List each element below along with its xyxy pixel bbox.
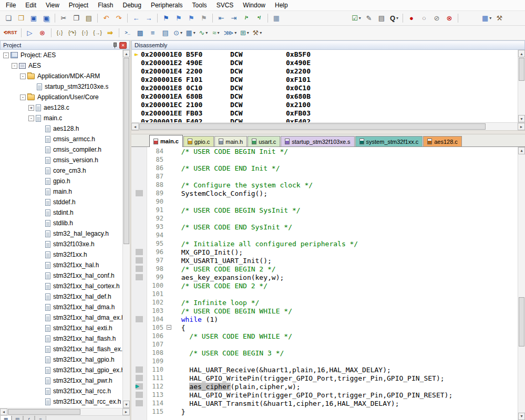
tree-item-stm32f1xx-hal-dma-ex-h[interactable]: stm32f1xx_hal_dma_ex.h (0, 312, 130, 323)
configure-target-button[interactable]: ⚒ (493, 13, 505, 24)
collapse-icon[interactable]: - (20, 94, 26, 100)
code-line[interactable]: 96 MX_GPIO_Init(); (131, 248, 518, 256)
menu-window[interactable]: Window (238, 1, 270, 10)
tree-item-aes128-h[interactable]: aes128.h (0, 123, 130, 134)
tree-item-stm32f1xx-hal-def-h[interactable]: stm32f1xx_hal_def.h (0, 291, 130, 302)
toolbox-button[interactable]: ⚒▾ (251, 27, 263, 39)
line-margin[interactable] (131, 181, 147, 189)
disassembly-line[interactable]: 0x200001E8 0C10DCW0x0C10 (132, 83, 518, 92)
code-line[interactable]: 102 /* Infinite loop */ (131, 298, 518, 307)
show-next-statement-button[interactable]: ⇒ (105, 27, 116, 39)
tree-item-cmsis-version-h[interactable]: cmsis_version.h (0, 155, 130, 165)
line-margin[interactable] (131, 349, 147, 357)
tree-item-stm32f1xx-hal-gpio-h[interactable]: stm32f1xx_hal_gpio.h (0, 354, 130, 365)
code-line[interactable]: 110 HAL_UART_Receive(&huart1,plain,16,HA… (131, 365, 518, 374)
reset-cpu-button[interactable]: ⟲RST (3, 27, 18, 39)
tab-system-stm32f1xx-c[interactable]: system_stm32f1xx.c (355, 136, 423, 146)
line-margin[interactable] (131, 172, 147, 181)
run-button[interactable]: ▷ (24, 27, 36, 39)
tree-item-core-cm3-h[interactable]: core_cm3.h (0, 165, 130, 176)
line-margin[interactable] (131, 206, 147, 214)
code-line[interactable]: 94 (131, 231, 518, 239)
system-viewer-button[interactable]: ⊞▾ (239, 27, 250, 39)
code-line[interactable]: 90 (131, 197, 518, 206)
edit-document-button[interactable]: ✎ (363, 13, 375, 24)
trace-window-button[interactable]: ⋙▾ (223, 27, 238, 39)
unindent-button[interactable]: ⇤ (215, 13, 227, 24)
scroll-down-icon[interactable]: ▼ (518, 413, 525, 420)
tree-item-stm32f1xx-hal-rcc-h[interactable]: stm32f1xx_hal_rcc.h (0, 386, 130, 396)
tree-item-stdlib-h[interactable]: stdlib.h (0, 218, 130, 228)
tree-item-stm32-hal-legacy-h[interactable]: stm32_hal_legacy.h (0, 228, 130, 239)
tab-aes128-c[interactable]: aes128.c (423, 136, 462, 146)
code-line[interactable]: 89 SystemClock_Config(); (131, 189, 518, 197)
line-margin[interactable] (131, 147, 147, 155)
close-icon[interactable]: ✕ (119, 42, 127, 49)
fold-collapse-icon[interactable]: − (167, 325, 171, 330)
line-margin[interactable] (131, 164, 147, 172)
code-line[interactable]: 86 /* USER CODE END Init */ (131, 164, 518, 172)
scroll-thumb[interactable] (123, 58, 129, 244)
line-margin[interactable]: ▶ (131, 382, 147, 391)
code-line[interactable]: 84 /* USER CODE BEGIN Init */ (131, 147, 518, 155)
tree-item-stdint-h[interactable]: stdint.h (0, 207, 130, 218)
menu-help[interactable]: Help (270, 1, 293, 10)
collapse-icon[interactable]: - (28, 116, 34, 121)
tab-main-c[interactable]: main.c (149, 135, 183, 147)
cut-button[interactable]: ✂ (58, 13, 69, 24)
code-line[interactable]: 104 while (1) (131, 315, 518, 323)
menu-view[interactable]: View (41, 1, 64, 10)
undo-button[interactable]: ↶ (100, 13, 112, 24)
line-margin[interactable] (131, 189, 147, 197)
menu-svcs[interactable]: SVCS (212, 1, 239, 10)
run-to-cursor-button[interactable]: {→} (92, 27, 104, 39)
tree-item-application-mdk-arm[interactable]: -Application/MDK-ARM (0, 71, 130, 81)
serial-window-button[interactable]: ∿▾ (198, 27, 209, 39)
tree-item-gpio-h[interactable]: gpio.h (0, 176, 130, 186)
line-margin[interactable] (131, 231, 147, 239)
line-margin[interactable] (131, 399, 147, 407)
code-line[interactable]: 109 (131, 357, 518, 365)
panel-tab-project[interactable]: ▦ (0, 416, 12, 420)
code-line[interactable]: 88 /* Configure the system clock */ (131, 181, 518, 189)
code-line[interactable]: 95 /* Initialize all configured peripher… (131, 239, 518, 248)
line-margin[interactable] (131, 307, 147, 315)
line-margin[interactable] (131, 298, 147, 307)
uncomment-selection-button[interactable]: */ (253, 13, 265, 24)
scroll-thumb[interactable] (8, 409, 80, 415)
menu-edit[interactable]: Edit (20, 1, 41, 10)
code-line[interactable]: 103 /* USER CODE BEGIN WHILE */ (131, 307, 518, 315)
tree-item-stm32f1xx-hal-exti-h[interactable]: stm32f1xx_hal_exti.h (0, 323, 130, 333)
tab-main-h[interactable]: main.h (214, 136, 247, 146)
code-line[interactable]: 87 (131, 172, 518, 181)
tree-item-stm32f1xx-hal-cortex-h[interactable]: stm32f1xx_hal_cortex.h (0, 281, 130, 291)
horizontal-splitter[interactable] (131, 130, 525, 134)
scroll-up-icon[interactable]: ▲ (518, 147, 525, 154)
toggle-breakpoint-button[interactable]: ● (406, 13, 417, 24)
tree-item-stm32f1xx-hal-flash-h[interactable]: stm32f1xx_hal_flash.h (0, 333, 130, 344)
clear-bookmarks-button[interactable]: ⚑ (198, 13, 210, 24)
stop-button[interactable]: ⊗ (37, 27, 48, 39)
scroll-right-icon[interactable]: ► (122, 408, 130, 415)
line-margin[interactable] (131, 239, 147, 248)
collapse-icon[interactable]: - (12, 63, 17, 69)
save-all-button[interactable]: ▣ (40, 13, 52, 24)
step-out-button[interactable]: {↑} (79, 27, 91, 39)
line-margin[interactable] (131, 197, 147, 206)
line-margin[interactable] (131, 407, 147, 416)
line-margin[interactable] (131, 273, 147, 281)
scroll-up-icon[interactable]: ▲ (518, 50, 525, 57)
code-line[interactable]: 97 MX_USART1_UART_Init(); (131, 256, 518, 265)
pin-icon[interactable] (111, 42, 118, 49)
tree-item-project-aes[interactable]: -Project: AES (0, 50, 130, 60)
tree-item-stm32f1xx-hal-flash-ex-h[interactable]: stm32f1xx_hal_flash_ex.h (0, 344, 130, 354)
disassembly-line[interactable]: 0x200001F0 F402DCW0xF402 (132, 117, 518, 122)
line-margin[interactable] (131, 357, 147, 365)
tree-item-cmsis-compiler-h[interactable]: cmsis_compiler.h (0, 144, 130, 155)
tree-item-main-h[interactable]: main.h (0, 186, 130, 197)
line-margin[interactable] (131, 155, 147, 164)
line-margin[interactable] (131, 391, 147, 399)
indent-button[interactable]: ⇥ (228, 13, 240, 24)
paste-button[interactable]: ▤ (83, 13, 95, 24)
insert-template-button[interactable]: ▦ (271, 13, 282, 24)
